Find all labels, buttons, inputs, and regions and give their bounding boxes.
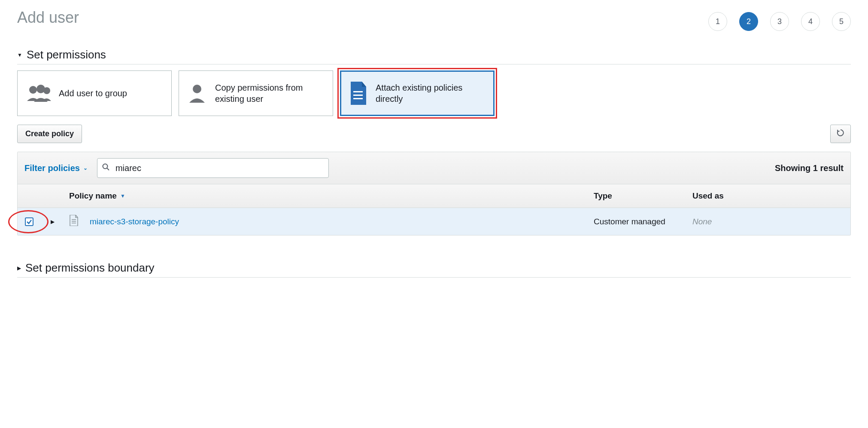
step-5[interactable]: 5 [832,12,851,31]
policy-row[interactable]: ▶ miarec-s3-storage-policy Customer mana… [18,208,850,235]
result-count: Showing 1 result [775,163,844,173]
policy-document-icon [69,215,79,228]
filter-policies-dropdown[interactable]: Filter policies ⌄ [24,163,88,173]
svg-point-3 [193,85,201,93]
group-icon [25,84,51,103]
create-policy-button[interactable]: Create policy [17,125,82,143]
person-icon [187,83,207,104]
column-policy-name[interactable]: Policy name ▼ [64,184,589,208]
svg-rect-4 [353,91,363,92]
document-icon [349,82,368,105]
filter-label: Filter policies [24,163,80,173]
column-label: Policy name [69,191,117,201]
policy-search-input[interactable] [97,158,329,178]
svg-rect-5 [353,95,363,96]
boundary-section-header[interactable]: ▶ Set permissions boundary [17,261,851,278]
column-type[interactable]: Type [589,184,687,208]
permission-options: Add user to group Copy permissions from … [17,70,851,116]
wizard-steps: 1 2 3 4 5 [708,9,851,31]
policy-type: Customer managed [589,210,687,233]
step-1[interactable]: 1 [708,12,727,31]
option-label: Copy permissions from existing user [215,82,325,104]
column-used-as[interactable]: Used as [687,184,850,208]
svg-rect-6 [353,98,363,99]
sort-down-icon: ▼ [120,193,125,199]
permissions-section-title: Set permissions [27,48,106,61]
chevron-down-icon: ⌄ [83,165,88,171]
boundary-section-title: Set permissions boundary [25,261,155,275]
option-copy-permissions[interactable]: Copy permissions from existing user [179,70,333,116]
caret-right-icon: ▶ [17,265,21,271]
expand-row-icon[interactable]: ▶ [51,219,55,225]
refresh-icon [836,128,845,139]
caret-down-icon: ▼ [17,52,22,58]
policy-name-link[interactable]: miarec-s3-storage-policy [90,217,179,226]
step-3[interactable]: 3 [770,12,789,31]
policy-used-as: None [687,210,850,233]
step-2[interactable]: 2 [739,12,758,31]
svg-point-0 [29,86,37,94]
svg-line-8 [107,168,109,170]
search-icon [102,163,110,173]
policy-table: Filter policies ⌄ Showing 1 result Polic… [17,152,851,235]
policy-checkbox[interactable] [25,217,33,226]
table-header: Policy name ▼ Type Used as [18,184,850,208]
svg-point-2 [43,87,50,94]
page-title: Add user [17,9,79,27]
option-label: Attach existing policies directly [376,82,486,104]
option-attach-policies-directly[interactable]: Attach existing policies directly [340,70,495,116]
svg-point-7 [103,164,107,169]
option-add-user-to-group[interactable]: Add user to group [17,70,172,116]
permissions-section-header[interactable]: ▼ Set permissions [17,48,851,64]
option-label: Add user to group [59,88,127,99]
refresh-button[interactable] [830,125,851,143]
step-4[interactable]: 4 [801,12,820,31]
